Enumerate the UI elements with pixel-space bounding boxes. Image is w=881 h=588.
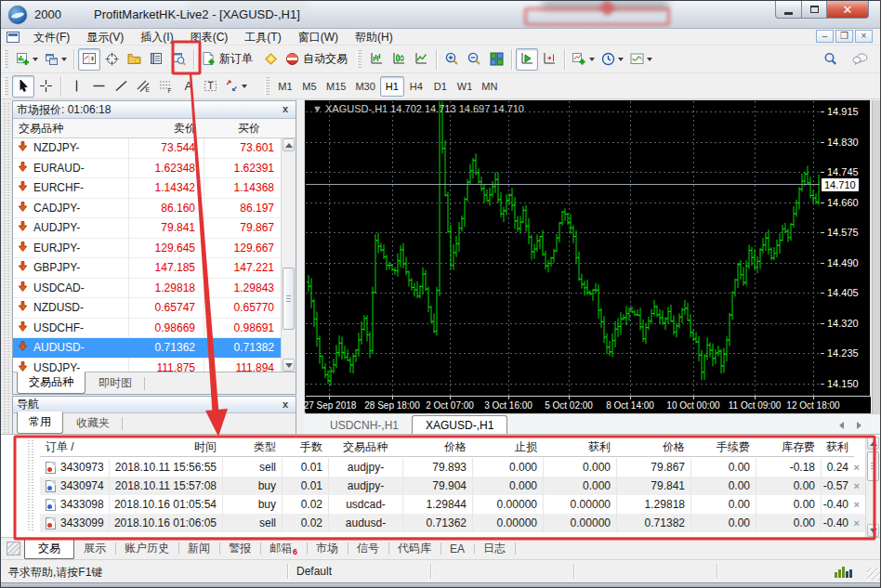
order-close-icon[interactable]: × — [854, 495, 865, 514]
order-row[interactable]: 34309732018.10.11 15:56:55sell0.01audjpy… — [40, 458, 865, 477]
terminal-tab-账户历史[interactable]: 账户历史 — [115, 539, 178, 558]
orders-col-9[interactable]: 手续费 — [690, 438, 756, 456]
indicators-button[interactable] — [569, 48, 598, 71]
orders-col-1[interactable]: 时间 — [109, 438, 222, 456]
orders-col-6[interactable]: 止损 — [472, 438, 543, 456]
close-button[interactable]: ✕ — [827, 1, 869, 19]
templates-button[interactable] — [626, 48, 655, 71]
menu-view[interactable]: 显示(V) — [78, 29, 132, 46]
orders-col-8[interactable]: 价格 — [616, 438, 690, 456]
market-watch-close-icon[interactable]: x — [279, 103, 292, 116]
terminal-tab-代码库[interactable]: 代码库 — [388, 539, 440, 558]
orders-col-10[interactable]: 库存费 — [756, 438, 821, 456]
zoom-in-button[interactable] — [440, 48, 463, 71]
child-restore-button[interactable]: ❐ — [835, 30, 853, 43]
quote-row[interactable]: USDJPY-111.875111.894 — [13, 359, 296, 372]
templates-dropdown-icon[interactable] — [647, 58, 652, 61]
menu-help[interactable]: 帮助(H) — [347, 29, 401, 46]
arrows-dropdown-icon[interactable] — [242, 85, 247, 88]
search-button[interactable] — [819, 48, 841, 71]
periods-dropdown-icon[interactable] — [618, 58, 624, 61]
chat-button[interactable] — [848, 48, 871, 71]
toolbar-gripper[interactable] — [4, 50, 8, 69]
trendline-tool-button[interactable] — [110, 75, 132, 98]
quote-row[interactable]: EURJPY-129.645129.667 — [13, 239, 296, 259]
quote-row[interactable]: AUDJPY-79.84179.867 — [13, 218, 296, 239]
quote-row[interactable]: USDCAD-1.298181.29843 — [13, 279, 296, 299]
quote-row[interactable]: NZDUSD-0.657470.65770 — [13, 298, 296, 319]
scroll-up-button[interactable] — [283, 138, 295, 151]
timeframe-w1[interactable]: W1 — [453, 76, 478, 97]
profiles-dropdown-icon[interactable] — [61, 58, 67, 61]
scroll-thumb[interactable] — [867, 451, 879, 481]
resize-grip[interactable] — [867, 568, 880, 581]
chart-area[interactable]: ▼ XAGUSD-,H1 14.702 14.713 14.697 14.710… — [304, 99, 871, 413]
periods-button[interactable] — [598, 48, 626, 71]
terminal-tab-展示[interactable]: 展示 — [74, 539, 115, 558]
scroll-down-button[interactable] — [867, 524, 879, 537]
order-row[interactable]: 34309742018.10.11 15:57:08buy0.01audjpy-… — [40, 477, 865, 495]
indicators-dropdown-icon[interactable] — [589, 58, 595, 61]
quote-row[interactable]: EURAUD-1.623481.62391 — [13, 159, 296, 179]
terminal-tab-新闻[interactable]: 新闻 — [178, 539, 219, 558]
new-order-button[interactable]: 新订单 — [198, 48, 259, 71]
market-watch-button[interactable] — [78, 48, 100, 71]
status-profile[interactable]: Default — [296, 565, 332, 578]
terminal-button[interactable] — [145, 48, 167, 71]
col-symbol[interactable]: 交易品种 — [13, 121, 129, 137]
child-window-icon[interactable] — [7, 32, 20, 43]
toolbar-gripper[interactable] — [265, 77, 270, 96]
text-tool-button[interactable]: A — [177, 75, 199, 98]
quote-row[interactable]: AUDUSD-0.713620.71382 — [13, 338, 296, 359]
strategy-tester-button[interactable] — [167, 48, 190, 71]
chart-tab-XAGUSD-,H1[interactable]: XAGUSD-,H1 — [412, 415, 507, 436]
timeframe-m1[interactable]: M1 — [273, 76, 297, 97]
quote-row[interactable]: EURCHF-1.143421.14368 — [13, 178, 296, 199]
terminal-tab-日志[interactable]: 日志 — [474, 539, 515, 558]
quote-row[interactable]: NZDJPY-73.54473.601 — [13, 138, 296, 159]
price-chart[interactable] — [306, 101, 820, 396]
menu-insert[interactable]: 插入(I) — [132, 29, 181, 46]
scroll-thumb[interactable] — [283, 268, 295, 330]
menu-tools[interactable]: 工具(T) — [236, 29, 289, 46]
quote-row[interactable]: USDCHF-0.986690.98691 — [13, 319, 296, 339]
bar-chart-button[interactable] — [365, 48, 388, 71]
timeframe-h4[interactable]: H4 — [404, 76, 428, 97]
orders-col-11[interactable]: 获利 — [821, 438, 854, 456]
terminal-tab-警报[interactable]: 警报 — [219, 539, 260, 558]
terminal-tab-市场[interactable]: 市场 — [307, 539, 348, 558]
orders-col-2[interactable]: 类型 — [222, 438, 282, 456]
orders-col-4[interactable]: 交易品种 — [328, 438, 402, 456]
navigator-tab-常用[interactable]: 常用 — [17, 412, 63, 434]
timeframe-m30[interactable]: M30 — [350, 76, 379, 97]
line-chart-button[interactable] — [410, 48, 432, 71]
menu-charts[interactable]: 图表(C) — [182, 29, 237, 46]
arrows-tool-button[interactable] — [221, 75, 250, 98]
data-window-button[interactable] — [100, 48, 123, 71]
orders-col-5[interactable]: 价格 — [402, 438, 472, 456]
timeframe-m15[interactable]: M15 — [322, 76, 350, 97]
crosshair-tool-button[interactable] — [34, 75, 57, 98]
tile-windows-button[interactable] — [485, 48, 507, 71]
text-label-tool-button[interactable]: T — [199, 75, 221, 98]
market-watch-scrollbar[interactable] — [281, 138, 296, 372]
timeframe-m5[interactable]: M5 — [297, 76, 322, 97]
auto-scroll-button[interactable] — [516, 48, 538, 71]
price-scale[interactable]: 14.91514.83014.74514.66014.57514.49014.4… — [821, 101, 871, 396]
scroll-up-button[interactable] — [867, 437, 879, 450]
timeframe-h1[interactable]: H1 — [380, 76, 404, 97]
tab-scroll-left-icon[interactable] — [839, 422, 844, 429]
menu-file[interactable]: 文件(F) — [25, 29, 78, 46]
order-close-icon[interactable]: × — [854, 514, 865, 532]
timeframe-mn[interactable]: MN — [477, 76, 502, 97]
tab-scroll-right-icon[interactable] — [857, 422, 861, 429]
market-watch-header[interactable]: 市场报价: 01:06:18 x — [13, 101, 296, 119]
chart-shift-button[interactable] — [538, 48, 560, 71]
toolbar-gripper[interactable] — [4, 77, 8, 96]
navigator-tab-收藏夹[interactable]: 收藏夹 — [65, 413, 121, 434]
fibonacci-tool-button[interactable]: F — [154, 75, 177, 98]
terminal-dock-icon[interactable] — [7, 542, 20, 555]
navigator-button[interactable] — [123, 48, 145, 71]
child-minimize-button[interactable]: – — [816, 30, 834, 43]
profiles-button[interactable] — [41, 48, 70, 71]
